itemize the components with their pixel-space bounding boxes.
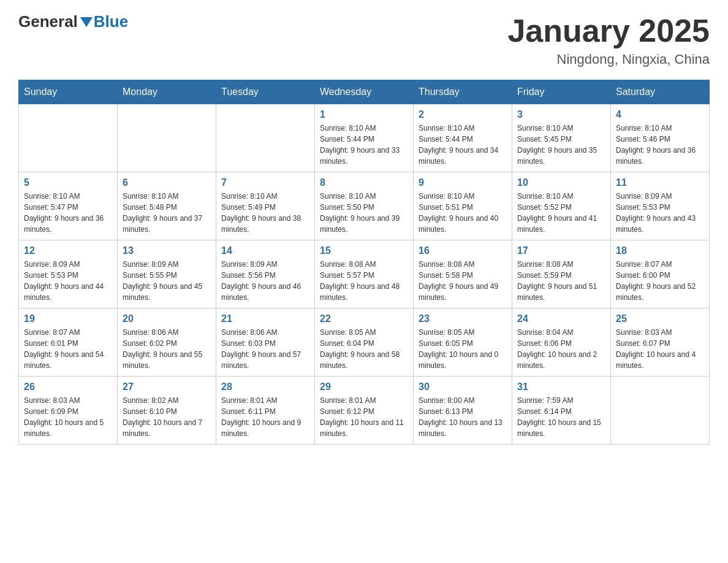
day-of-week-header: Monday xyxy=(118,80,216,104)
day-info: Sunrise: 8:07 AMSunset: 6:01 PMDaylight:… xyxy=(24,327,112,371)
day-info: Sunrise: 8:10 AMSunset: 5:48 PMDaylight:… xyxy=(123,191,211,235)
day-info: Sunrise: 8:06 AMSunset: 6:02 PMDaylight:… xyxy=(123,327,211,371)
day-number: 14 xyxy=(221,245,309,256)
day-info: Sunrise: 8:10 AMSunset: 5:51 PMDaylight:… xyxy=(419,191,507,235)
day-number: 24 xyxy=(517,313,605,324)
calendar-day-cell: 20Sunrise: 8:06 AMSunset: 6:02 PMDayligh… xyxy=(118,308,216,377)
day-number: 30 xyxy=(419,381,507,393)
calendar-day-cell xyxy=(19,104,118,172)
calendar-day-cell: 25Sunrise: 8:03 AMSunset: 6:07 PMDayligh… xyxy=(611,308,710,377)
logo-blue-text: Blue xyxy=(94,12,128,31)
calendar-day-cell: 2Sunrise: 8:10 AMSunset: 5:44 PMDaylight… xyxy=(414,104,512,172)
calendar-week-row: 26Sunrise: 8:03 AMSunset: 6:09 PMDayligh… xyxy=(19,377,710,445)
day-number: 28 xyxy=(221,381,309,393)
day-info: Sunrise: 8:10 AMSunset: 5:44 PMDaylight:… xyxy=(419,123,507,167)
day-info: Sunrise: 8:08 AMSunset: 5:59 PMDaylight:… xyxy=(517,259,605,303)
day-info: Sunrise: 8:09 AMSunset: 5:53 PMDaylight:… xyxy=(616,191,704,235)
calendar-day-cell: 27Sunrise: 8:02 AMSunset: 6:10 PMDayligh… xyxy=(118,377,216,445)
calendar-day-cell: 14Sunrise: 8:09 AMSunset: 5:56 PMDayligh… xyxy=(216,240,315,308)
day-number: 5 xyxy=(24,177,112,188)
day-info: Sunrise: 8:07 AMSunset: 6:00 PMDaylight:… xyxy=(616,259,704,303)
calendar-day-cell: 16Sunrise: 8:08 AMSunset: 5:58 PMDayligh… xyxy=(414,240,512,308)
day-number: 21 xyxy=(221,313,309,324)
calendar-week-row: 5Sunrise: 8:10 AMSunset: 5:47 PMDaylight… xyxy=(19,172,710,240)
day-info: Sunrise: 8:00 AMSunset: 6:13 PMDaylight:… xyxy=(419,395,507,439)
day-info: Sunrise: 8:01 AMSunset: 6:11 PMDaylight:… xyxy=(221,395,309,439)
calendar-day-cell: 1Sunrise: 8:10 AMSunset: 5:44 PMDaylight… xyxy=(315,104,414,172)
calendar-table: SundayMondayTuesdayWednesdayThursdayFrid… xyxy=(18,80,710,445)
day-number: 19 xyxy=(24,313,112,324)
day-number: 12 xyxy=(24,245,112,256)
calendar-day-cell: 28Sunrise: 8:01 AMSunset: 6:11 PMDayligh… xyxy=(216,377,315,445)
page-header: General Blue January 2025 Ningdong, Ning… xyxy=(18,12,710,67)
day-info: Sunrise: 8:09 AMSunset: 5:53 PMDaylight:… xyxy=(24,259,112,303)
calendar-day-cell: 30Sunrise: 8:00 AMSunset: 6:13 PMDayligh… xyxy=(414,377,512,445)
day-number: 1 xyxy=(320,109,408,120)
day-info: Sunrise: 8:01 AMSunset: 6:12 PMDaylight:… xyxy=(320,395,408,439)
svg-marker-0 xyxy=(80,17,93,27)
day-number: 13 xyxy=(123,245,211,256)
calendar-day-cell: 9Sunrise: 8:10 AMSunset: 5:51 PMDaylight… xyxy=(414,172,512,240)
day-number: 7 xyxy=(221,177,309,188)
day-number: 10 xyxy=(517,177,605,188)
day-number: 22 xyxy=(320,313,408,324)
day-number: 2 xyxy=(419,109,507,120)
day-info: Sunrise: 8:08 AMSunset: 5:58 PMDaylight:… xyxy=(419,259,507,303)
day-of-week-header: Friday xyxy=(512,80,611,104)
day-number: 31 xyxy=(517,381,605,393)
day-info: Sunrise: 8:02 AMSunset: 6:10 PMDaylight:… xyxy=(123,395,211,439)
day-number: 20 xyxy=(123,313,211,324)
calendar-day-cell: 10Sunrise: 8:10 AMSunset: 5:52 PMDayligh… xyxy=(512,172,611,240)
calendar-day-cell: 7Sunrise: 8:10 AMSunset: 5:49 PMDaylight… xyxy=(216,172,315,240)
day-number: 15 xyxy=(320,245,408,256)
day-info: Sunrise: 8:10 AMSunset: 5:45 PMDaylight:… xyxy=(517,123,605,167)
day-info: Sunrise: 8:10 AMSunset: 5:44 PMDaylight:… xyxy=(320,123,408,167)
day-of-week-header: Tuesday xyxy=(216,80,315,104)
day-info: Sunrise: 8:09 AMSunset: 5:56 PMDaylight:… xyxy=(221,259,309,303)
calendar-week-row: 12Sunrise: 8:09 AMSunset: 5:53 PMDayligh… xyxy=(19,240,710,308)
calendar-day-cell xyxy=(216,104,315,172)
calendar-day-cell: 26Sunrise: 8:03 AMSunset: 6:09 PMDayligh… xyxy=(19,377,118,445)
day-of-week-header: Sunday xyxy=(19,80,118,104)
day-number: 9 xyxy=(419,177,507,188)
calendar-day-cell: 13Sunrise: 8:09 AMSunset: 5:55 PMDayligh… xyxy=(118,240,216,308)
calendar-day-cell: 24Sunrise: 8:04 AMSunset: 6:06 PMDayligh… xyxy=(512,308,611,377)
day-of-week-header: Thursday xyxy=(414,80,512,104)
calendar-day-cell: 15Sunrise: 8:08 AMSunset: 5:57 PMDayligh… xyxy=(315,240,414,308)
calendar-day-cell: 5Sunrise: 8:10 AMSunset: 5:47 PMDaylight… xyxy=(19,172,118,240)
day-of-week-header: Wednesday xyxy=(315,80,414,104)
day-number: 25 xyxy=(616,313,704,324)
calendar-day-cell: 8Sunrise: 8:10 AMSunset: 5:50 PMDaylight… xyxy=(315,172,414,240)
day-info: Sunrise: 8:04 AMSunset: 6:06 PMDaylight:… xyxy=(517,327,605,371)
day-info: Sunrise: 8:10 AMSunset: 5:47 PMDaylight:… xyxy=(24,191,112,235)
day-info: Sunrise: 8:06 AMSunset: 6:03 PMDaylight:… xyxy=(221,327,309,371)
day-info: Sunrise: 8:08 AMSunset: 5:57 PMDaylight:… xyxy=(320,259,408,303)
calendar-week-row: 1Sunrise: 8:10 AMSunset: 5:44 PMDaylight… xyxy=(19,104,710,172)
calendar-day-cell: 19Sunrise: 8:07 AMSunset: 6:01 PMDayligh… xyxy=(19,308,118,377)
day-info: Sunrise: 8:09 AMSunset: 5:55 PMDaylight:… xyxy=(123,259,211,303)
calendar-day-cell: 22Sunrise: 8:05 AMSunset: 6:04 PMDayligh… xyxy=(315,308,414,377)
calendar-day-cell: 3Sunrise: 8:10 AMSunset: 5:45 PMDaylight… xyxy=(512,104,611,172)
title-section: January 2025 Ningdong, Ningxia, China xyxy=(507,12,710,67)
day-number: 23 xyxy=(419,313,507,324)
day-number: 26 xyxy=(24,381,112,393)
day-info: Sunrise: 8:03 AMSunset: 6:07 PMDaylight:… xyxy=(616,327,704,371)
calendar-week-row: 19Sunrise: 8:07 AMSunset: 6:01 PMDayligh… xyxy=(19,308,710,377)
calendar-day-cell: 17Sunrise: 8:08 AMSunset: 5:59 PMDayligh… xyxy=(512,240,611,308)
calendar-day-cell xyxy=(611,377,710,445)
day-info: Sunrise: 8:10 AMSunset: 5:49 PMDaylight:… xyxy=(221,191,309,235)
day-number: 16 xyxy=(419,245,507,256)
calendar-day-cell: 18Sunrise: 8:07 AMSunset: 6:00 PMDayligh… xyxy=(611,240,710,308)
calendar-day-cell: 21Sunrise: 8:06 AMSunset: 6:03 PMDayligh… xyxy=(216,308,315,377)
calendar-subtitle: Ningdong, Ningxia, China xyxy=(507,52,710,67)
day-info: Sunrise: 8:05 AMSunset: 6:05 PMDaylight:… xyxy=(419,327,507,371)
calendar-day-cell: 29Sunrise: 8:01 AMSunset: 6:12 PMDayligh… xyxy=(315,377,414,445)
day-of-week-header: Saturday xyxy=(611,80,710,104)
day-number: 17 xyxy=(517,245,605,256)
day-info: Sunrise: 8:10 AMSunset: 5:52 PMDaylight:… xyxy=(517,191,605,235)
calendar-day-cell: 12Sunrise: 8:09 AMSunset: 5:53 PMDayligh… xyxy=(19,240,118,308)
logo: General Blue xyxy=(18,12,128,31)
day-number: 27 xyxy=(123,381,211,393)
day-number: 3 xyxy=(517,109,605,120)
calendar-day-cell: 11Sunrise: 8:09 AMSunset: 5:53 PMDayligh… xyxy=(611,172,710,240)
